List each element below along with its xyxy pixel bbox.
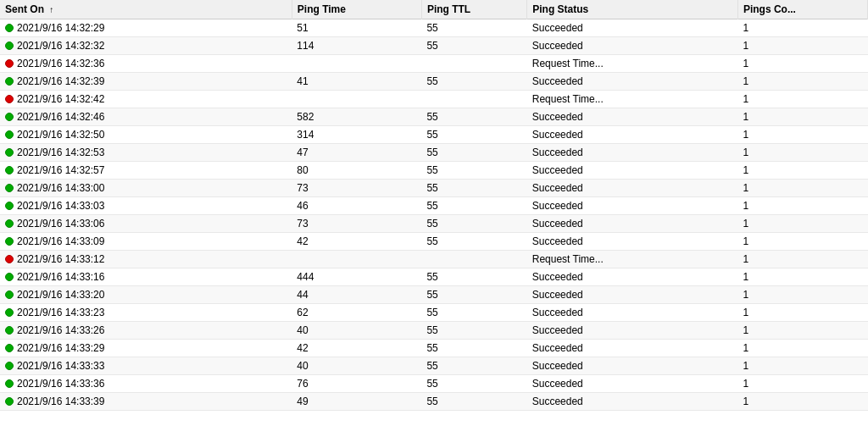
cell-ping-time: 42 bbox=[292, 340, 421, 357]
success-status-icon bbox=[5, 362, 14, 370]
table-row: 2021/9/16 14:33:204455Succeeded1 bbox=[0, 286, 868, 304]
table-header-row: Sent On ↑ Ping Time Ping TTL Ping Status… bbox=[0, 0, 868, 19]
cell-sent-on: 2021/9/16 14:32:53 bbox=[0, 144, 292, 162]
col-header-ping-time[interactable]: Ping Time bbox=[292, 0, 421, 19]
success-status-icon bbox=[5, 184, 14, 192]
cell-pings-count: 1 bbox=[737, 91, 867, 108]
cell-ping-status: Succeeded bbox=[527, 233, 738, 251]
cell-sent-on: 2021/9/16 14:33:23 bbox=[0, 304, 292, 322]
table-row: 2021/9/16 14:32:5031455Succeeded1 bbox=[0, 126, 868, 144]
success-status-icon bbox=[5, 326, 14, 335]
cell-pings-count: 1 bbox=[737, 37, 867, 55]
cell-ping-time: 42 bbox=[292, 233, 421, 251]
cell-ping-time: 444 bbox=[292, 268, 421, 286]
cell-ping-ttl: 55 bbox=[421, 322, 526, 340]
success-status-icon bbox=[5, 166, 14, 174]
cell-ping-status: Succeeded bbox=[527, 73, 738, 91]
cell-ping-time: 73 bbox=[292, 215, 421, 233]
success-status-icon bbox=[5, 397, 14, 406]
cell-ping-time: 73 bbox=[292, 180, 421, 197]
cell-ping-time: 314 bbox=[292, 126, 421, 144]
col-header-ping-status[interactable]: Ping Status bbox=[527, 0, 738, 19]
table-row: 2021/9/16 14:32:578055Succeeded1 bbox=[0, 162, 868, 180]
cell-ping-status: Succeeded bbox=[527, 108, 738, 126]
cell-pings-count: 1 bbox=[737, 393, 867, 411]
table-row: 2021/9/16 14:33:1644455Succeeded1 bbox=[0, 268, 868, 286]
cell-ping-status: Succeeded bbox=[527, 197, 738, 215]
cell-ping-ttl: 55 bbox=[421, 144, 526, 162]
table-row: 2021/9/16 14:32:534755Succeeded1 bbox=[0, 144, 868, 162]
table-row: 2021/9/16 14:32:42Request Time...1 bbox=[0, 91, 868, 108]
cell-pings-count: 1 bbox=[737, 322, 867, 340]
cell-ping-ttl: 55 bbox=[421, 233, 526, 251]
success-status-icon bbox=[5, 130, 14, 139]
table-row: 2021/9/16 14:32:3211455Succeeded1 bbox=[0, 37, 868, 55]
table-row: 2021/9/16 14:32:4658255Succeeded1 bbox=[0, 108, 868, 126]
cell-ping-ttl: 55 bbox=[421, 340, 526, 357]
cell-pings-count: 1 bbox=[737, 304, 867, 322]
cell-ping-ttl: 55 bbox=[421, 357, 526, 375]
cell-pings-count: 1 bbox=[737, 197, 867, 215]
success-status-icon bbox=[5, 77, 14, 86]
cell-sent-on: 2021/9/16 14:32:29 bbox=[0, 19, 292, 37]
cell-pings-count: 1 bbox=[737, 357, 867, 375]
success-status-icon bbox=[5, 24, 14, 32]
sort-arrow-icon: ↑ bbox=[49, 5, 53, 14]
cell-ping-status: Request Time... bbox=[527, 55, 738, 73]
cell-pings-count: 1 bbox=[737, 162, 867, 180]
cell-ping-ttl: 55 bbox=[421, 286, 526, 304]
table-row: 2021/9/16 14:33:007355Succeeded1 bbox=[0, 180, 868, 197]
cell-ping-ttl bbox=[421, 251, 526, 268]
success-status-icon bbox=[5, 113, 14, 121]
cell-pings-count: 1 bbox=[737, 215, 867, 233]
cell-ping-ttl: 55 bbox=[421, 197, 526, 215]
cell-ping-ttl: 55 bbox=[421, 37, 526, 55]
cell-ping-ttl: 55 bbox=[421, 73, 526, 91]
cell-sent-on: 2021/9/16 14:32:57 bbox=[0, 162, 292, 180]
cell-sent-on: 2021/9/16 14:33:06 bbox=[0, 215, 292, 233]
cell-pings-count: 1 bbox=[737, 180, 867, 197]
error-status-icon bbox=[5, 59, 14, 68]
table-row: 2021/9/16 14:32:295155Succeeded1 bbox=[0, 19, 868, 37]
col-header-pings-count[interactable]: Pings Co... bbox=[737, 0, 867, 19]
cell-ping-ttl: 55 bbox=[421, 180, 526, 197]
cell-ping-ttl bbox=[421, 91, 526, 108]
cell-sent-on: 2021/9/16 14:32:50 bbox=[0, 126, 292, 144]
cell-sent-on: 2021/9/16 14:33:09 bbox=[0, 233, 292, 251]
success-status-icon bbox=[5, 273, 14, 281]
cell-ping-ttl: 55 bbox=[421, 162, 526, 180]
col-header-ping-ttl[interactable]: Ping TTL bbox=[421, 0, 526, 19]
table-row: 2021/9/16 14:33:367655Succeeded1 bbox=[0, 375, 868, 393]
cell-sent-on: 2021/9/16 14:33:36 bbox=[0, 375, 292, 393]
cell-ping-status: Succeeded bbox=[527, 340, 738, 357]
cell-sent-on: 2021/9/16 14:33:16 bbox=[0, 268, 292, 286]
cell-ping-status: Succeeded bbox=[527, 286, 738, 304]
cell-ping-ttl: 55 bbox=[421, 393, 526, 411]
table-row: 2021/9/16 14:33:12Request Time...1 bbox=[0, 251, 868, 268]
cell-pings-count: 1 bbox=[737, 251, 867, 268]
cell-pings-count: 1 bbox=[737, 19, 867, 37]
cell-sent-on: 2021/9/16 14:33:00 bbox=[0, 180, 292, 197]
ping-results-table[interactable]: Sent On ↑ Ping Time Ping TTL Ping Status… bbox=[0, 0, 868, 437]
cell-ping-status: Succeeded bbox=[527, 162, 738, 180]
cell-ping-ttl: 55 bbox=[421, 19, 526, 37]
cell-pings-count: 1 bbox=[737, 340, 867, 357]
success-status-icon bbox=[5, 308, 14, 317]
cell-ping-time: 41 bbox=[292, 73, 421, 91]
table-row: 2021/9/16 14:32:394155Succeeded1 bbox=[0, 73, 868, 91]
cell-sent-on: 2021/9/16 14:33:29 bbox=[0, 340, 292, 357]
success-status-icon bbox=[5, 148, 14, 157]
cell-ping-time: 44 bbox=[292, 286, 421, 304]
cell-ping-status: Succeeded bbox=[527, 322, 738, 340]
cell-ping-status: Succeeded bbox=[527, 357, 738, 375]
col-header-sent-on[interactable]: Sent On ↑ bbox=[0, 0, 292, 19]
cell-ping-time: 40 bbox=[292, 357, 421, 375]
cell-ping-time bbox=[292, 251, 421, 268]
cell-ping-ttl: 55 bbox=[421, 304, 526, 322]
cell-ping-time: 49 bbox=[292, 393, 421, 411]
table-row: 2021/9/16 14:33:094255Succeeded1 bbox=[0, 233, 868, 251]
cell-ping-status: Succeeded bbox=[527, 304, 738, 322]
cell-ping-status: Succeeded bbox=[527, 19, 738, 37]
cell-ping-status: Succeeded bbox=[527, 375, 738, 393]
cell-ping-ttl bbox=[421, 55, 526, 73]
